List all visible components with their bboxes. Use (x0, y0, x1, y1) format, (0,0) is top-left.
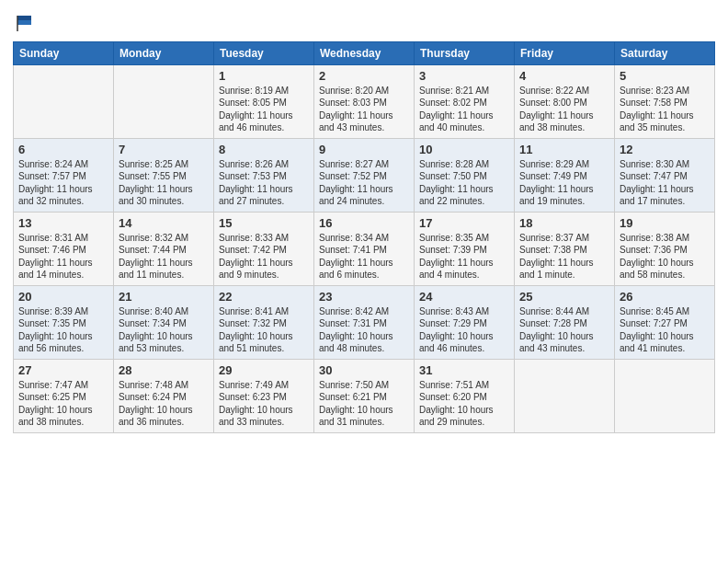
day-info: Sunrise: 8:42 AM Sunset: 7:31 PM Dayligh… (319, 305, 409, 355)
day-number: 14 (119, 216, 209, 230)
calendar-cell: 19Sunrise: 8:38 AM Sunset: 7:36 PM Dayli… (615, 212, 715, 285)
day-info: Sunrise: 8:33 AM Sunset: 7:42 PM Dayligh… (219, 232, 309, 282)
calendar-cell: 11Sunrise: 8:29 AM Sunset: 7:49 PM Dayli… (515, 138, 615, 212)
day-number: 10 (419, 143, 509, 156)
calendar-table: SundayMondayTuesdayWednesdayThursdayFrid… (13, 41, 715, 433)
day-info: Sunrise: 8:37 AM Sunset: 7:38 PM Dayligh… (519, 232, 609, 282)
day-number: 9 (319, 143, 409, 156)
day-info: Sunrise: 8:35 AM Sunset: 7:39 PM Dayligh… (419, 232, 509, 282)
calendar-cell: 21Sunrise: 8:40 AM Sunset: 7:34 PM Dayli… (114, 285, 214, 359)
day-info: Sunrise: 8:22 AM Sunset: 8:00 PM Dayligh… (519, 85, 609, 134)
header (13, 9, 715, 38)
header-row: SundayMondayTuesdayWednesdayThursdayFrid… (14, 41, 715, 64)
day-number: 11 (519, 143, 609, 156)
calendar-cell: 8Sunrise: 8:26 AM Sunset: 7:53 PM Daylig… (214, 138, 314, 212)
calendar-cell: 27Sunrise: 7:47 AM Sunset: 6:25 PM Dayli… (14, 359, 114, 432)
day-number: 21 (119, 290, 209, 304)
logo-flag-icon (15, 13, 35, 33)
day-number: 27 (18, 363, 108, 377)
calendar-cell: 31Sunrise: 7:51 AM Sunset: 6:20 PM Dayli… (415, 359, 515, 432)
day-number: 23 (319, 290, 409, 304)
logo (13, 13, 35, 38)
day-number: 17 (419, 216, 509, 230)
day-info: Sunrise: 8:31 AM Sunset: 7:46 PM Dayligh… (18, 232, 108, 282)
calendar-cell: 18Sunrise: 8:37 AM Sunset: 7:38 PM Dayli… (515, 212, 615, 285)
day-number: 3 (419, 69, 509, 83)
day-info: Sunrise: 8:40 AM Sunset: 7:34 PM Dayligh… (119, 305, 209, 355)
weekday-header: Wednesday (314, 41, 415, 64)
svg-marker-1 (17, 16, 31, 20)
day-number: 22 (219, 290, 309, 304)
weekday-header: Saturday (615, 41, 715, 64)
day-number: 26 (620, 290, 710, 304)
calendar-cell (615, 359, 715, 432)
calendar-cell: 4Sunrise: 8:22 AM Sunset: 8:00 PM Daylig… (515, 64, 615, 138)
calendar-cell: 9Sunrise: 8:27 AM Sunset: 7:52 PM Daylig… (314, 138, 415, 212)
day-info: Sunrise: 8:32 AM Sunset: 7:44 PM Dayligh… (119, 232, 209, 282)
calendar-cell: 10Sunrise: 8:28 AM Sunset: 7:50 PM Dayli… (415, 138, 515, 212)
day-number: 2 (319, 69, 409, 83)
day-info: Sunrise: 8:29 AM Sunset: 7:49 PM Dayligh… (519, 158, 609, 208)
day-info: Sunrise: 8:19 AM Sunset: 8:05 PM Dayligh… (219, 85, 309, 134)
day-number: 18 (519, 216, 609, 230)
calendar-cell: 28Sunrise: 7:48 AM Sunset: 6:24 PM Dayli… (114, 359, 214, 432)
day-info: Sunrise: 8:27 AM Sunset: 7:52 PM Dayligh… (319, 158, 409, 208)
calendar-week-row: 20Sunrise: 8:39 AM Sunset: 7:35 PM Dayli… (14, 285, 715, 359)
day-info: Sunrise: 8:25 AM Sunset: 7:55 PM Dayligh… (119, 158, 209, 208)
calendar-week-row: 27Sunrise: 7:47 AM Sunset: 6:25 PM Dayli… (14, 359, 715, 432)
day-info: Sunrise: 8:41 AM Sunset: 7:32 PM Dayligh… (219, 305, 309, 355)
calendar-cell: 29Sunrise: 7:49 AM Sunset: 6:23 PM Dayli… (214, 359, 314, 432)
weekday-header: Sunday (14, 41, 114, 64)
day-info: Sunrise: 8:23 AM Sunset: 7:58 PM Dayligh… (620, 85, 710, 134)
day-info: Sunrise: 8:26 AM Sunset: 7:53 PM Dayligh… (219, 158, 309, 208)
calendar-week-row: 1Sunrise: 8:19 AM Sunset: 8:05 PM Daylig… (14, 64, 715, 138)
calendar-cell: 22Sunrise: 8:41 AM Sunset: 7:32 PM Dayli… (214, 285, 314, 359)
day-info: Sunrise: 7:48 AM Sunset: 6:24 PM Dayligh… (119, 379, 209, 429)
day-info: Sunrise: 8:39 AM Sunset: 7:35 PM Dayligh… (18, 305, 108, 355)
calendar-cell: 5Sunrise: 8:23 AM Sunset: 7:58 PM Daylig… (615, 64, 715, 138)
calendar-cell: 6Sunrise: 8:24 AM Sunset: 7:57 PM Daylig… (14, 138, 114, 212)
day-info: Sunrise: 8:20 AM Sunset: 8:03 PM Dayligh… (319, 85, 409, 134)
calendar-cell: 16Sunrise: 8:34 AM Sunset: 7:41 PM Dayli… (314, 212, 415, 285)
calendar-week-row: 6Sunrise: 8:24 AM Sunset: 7:57 PM Daylig… (14, 138, 715, 212)
day-info: Sunrise: 8:21 AM Sunset: 8:02 PM Dayligh… (419, 85, 509, 134)
day-number: 7 (119, 143, 209, 156)
calendar-cell: 30Sunrise: 7:50 AM Sunset: 6:21 PM Dayli… (314, 359, 415, 432)
calendar-cell: 3Sunrise: 8:21 AM Sunset: 8:02 PM Daylig… (415, 64, 515, 138)
day-info: Sunrise: 8:30 AM Sunset: 7:47 PM Dayligh… (620, 158, 710, 208)
day-number: 6 (18, 143, 108, 156)
main-container: SundayMondayTuesdayWednesdayThursdayFrid… (0, 0, 728, 442)
weekday-header: Friday (515, 41, 615, 64)
calendar-cell: 13Sunrise: 8:31 AM Sunset: 7:46 PM Dayli… (14, 212, 114, 285)
day-info: Sunrise: 8:45 AM Sunset: 7:27 PM Dayligh… (620, 305, 710, 355)
day-info: Sunrise: 7:51 AM Sunset: 6:20 PM Dayligh… (419, 379, 509, 429)
calendar-cell: 7Sunrise: 8:25 AM Sunset: 7:55 PM Daylig… (114, 138, 214, 212)
calendar-cell: 14Sunrise: 8:32 AM Sunset: 7:44 PM Dayli… (114, 212, 214, 285)
day-info: Sunrise: 7:50 AM Sunset: 6:21 PM Dayligh… (319, 379, 409, 429)
day-number: 30 (319, 363, 409, 377)
weekday-header: Thursday (415, 41, 515, 64)
weekday-header: Tuesday (214, 41, 314, 64)
calendar-cell: 23Sunrise: 8:42 AM Sunset: 7:31 PM Dayli… (314, 285, 415, 359)
calendar-cell: 12Sunrise: 8:30 AM Sunset: 7:47 PM Dayli… (615, 138, 715, 212)
calendar-week-row: 13Sunrise: 8:31 AM Sunset: 7:46 PM Dayli… (14, 212, 715, 285)
day-number: 19 (620, 216, 710, 230)
calendar-cell: 24Sunrise: 8:43 AM Sunset: 7:29 PM Dayli… (415, 285, 515, 359)
day-number: 24 (419, 290, 509, 304)
day-number: 8 (219, 143, 309, 156)
calendar-cell (114, 64, 214, 138)
calendar-cell: 20Sunrise: 8:39 AM Sunset: 7:35 PM Dayli… (14, 285, 114, 359)
calendar-cell: 2Sunrise: 8:20 AM Sunset: 8:03 PM Daylig… (314, 64, 415, 138)
day-number: 12 (620, 143, 710, 156)
day-number: 1 (219, 69, 309, 83)
calendar-cell: 17Sunrise: 8:35 AM Sunset: 7:39 PM Dayli… (415, 212, 515, 285)
weekday-header: Monday (114, 41, 214, 64)
calendar-cell: 15Sunrise: 8:33 AM Sunset: 7:42 PM Dayli… (214, 212, 314, 285)
day-info: Sunrise: 7:49 AM Sunset: 6:23 PM Dayligh… (219, 379, 309, 429)
day-number: 25 (519, 290, 609, 304)
day-info: Sunrise: 8:34 AM Sunset: 7:41 PM Dayligh… (319, 232, 409, 282)
calendar-cell: 26Sunrise: 8:45 AM Sunset: 7:27 PM Dayli… (615, 285, 715, 359)
day-number: 28 (119, 363, 209, 377)
calendar-cell (515, 359, 615, 432)
day-number: 13 (18, 216, 108, 230)
